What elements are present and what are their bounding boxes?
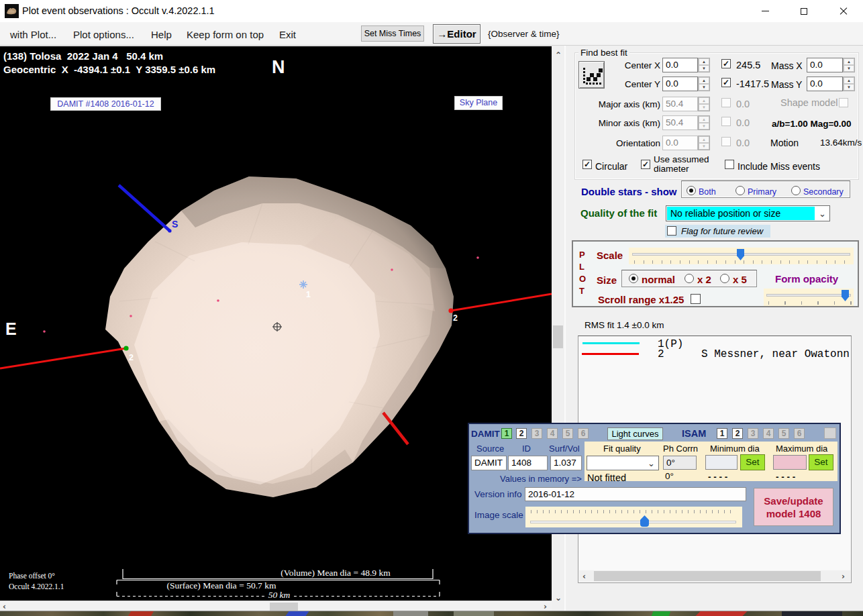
damit-tab-4: 4 (547, 428, 558, 439)
chord2-list-name[interactable]: S Messner, near Owatonn (701, 348, 850, 360)
size-x2-radio[interactable] (684, 274, 694, 283)
include-miss-events-checkbox[interactable] (725, 160, 734, 169)
vertical-scroll-thumb[interactable] (553, 325, 563, 348)
isam-tab-2[interactable]: 2 (732, 428, 743, 439)
damit-model-button[interactable]: DAMIT #1408 2016-01-12 (50, 97, 161, 111)
mass-x-input[interactable]: 0.0 (807, 58, 843, 72)
fit-orientation-value-label: 0.0 (736, 138, 750, 148)
best-fit-button[interactable] (578, 61, 605, 89)
minimum-dia-box[interactable] (705, 455, 738, 470)
set-minimum-button[interactable]: Set (740, 454, 765, 470)
mass-y-input[interactable]: 0.0 (807, 76, 843, 91)
quality-of-fit-combo[interactable]: No reliable position or size ⌄ (666, 205, 830, 221)
menu-plot-options[interactable]: Plot options... (73, 29, 134, 40)
menu-help[interactable]: Help (151, 29, 172, 40)
double-primary-radio[interactable] (735, 186, 745, 195)
chord2-list-num[interactable]: 2 (658, 348, 664, 360)
size-normal-radio[interactable] (629, 274, 638, 283)
ph-corrn-box[interactable]: 0° (663, 456, 697, 470)
isam-tab-3: 3 (748, 428, 758, 439)
check-icon: ✓ (583, 160, 591, 168)
size-x5-radio[interactable] (720, 274, 729, 283)
maximize-button[interactable] (789, 0, 819, 22)
scroll-down-icon[interactable]: ⌄ (555, 594, 562, 602)
double-both-radio[interactable] (687, 186, 696, 195)
flag-review-checkbox[interactable] (667, 226, 676, 236)
form-opacity-track[interactable] (766, 294, 851, 297)
horizontal-scroll-thumb[interactable] (270, 603, 298, 611)
star1-label: 1 (306, 290, 311, 299)
combo-arrow-icon[interactable]: ⌄ (815, 206, 829, 221)
scale-slider[interactable] (629, 248, 854, 264)
spin-up-icon[interactable]: ▲ (699, 77, 709, 84)
close-button[interactable] (828, 0, 859, 22)
maximum-dia-box[interactable] (773, 455, 807, 470)
menu-with-plot[interactable]: with Plot... (10, 29, 56, 40)
plot-horizontal-scrollbar[interactable]: ‹ › (0, 601, 552, 611)
save-update-button[interactable]: Save/update model 1408 (754, 488, 833, 526)
memory-min-value: - - - - (708, 472, 727, 482)
scroll-up-icon[interactable]: ⌃ (555, 51, 562, 59)
image-scale-slider[interactable] (525, 507, 742, 527)
maximize-icon (801, 8, 807, 15)
spin-down-icon[interactable]: ▼ (844, 84, 854, 91)
spin-up-icon[interactable]: ▲ (844, 77, 854, 84)
minor-axis-input[interactable]: 50.4 (662, 115, 698, 130)
center-x-input[interactable]: 0.0 (662, 58, 698, 72)
center-y-spinner[interactable]: ▲▼ (698, 76, 710, 91)
damit-tab-1[interactable]: 1 (501, 428, 512, 439)
chords-list-scrollbar[interactable]: ‹ › (579, 570, 850, 582)
menu-keep-on-top[interactable]: Keep form on top (187, 29, 264, 40)
orientation-input[interactable]: 0.0 (662, 136, 698, 150)
spin-up-icon[interactable]: ▲ (699, 58, 709, 65)
double-stars-label: Double stars - show (581, 186, 677, 197)
fit-y-checkbox[interactable]: ✓ (721, 78, 731, 87)
size-label: Size (597, 274, 617, 286)
scroll-range-checkbox[interactable] (691, 294, 701, 304)
set-miss-times-button[interactable]: Set Miss Times (361, 25, 424, 42)
mass-x-spinner[interactable]: ▲▼ (843, 58, 855, 72)
scroll-right-icon[interactable]: › (842, 572, 845, 580)
isam-tab-5: 5 (778, 428, 789, 439)
chord2-left-line (0, 348, 126, 368)
minimize-button[interactable] (750, 0, 780, 22)
center-x-spinner[interactable]: ▲▼ (698, 58, 710, 72)
scroll-left-icon[interactable]: ‹ (582, 572, 586, 580)
spin-down-icon[interactable]: ▼ (699, 65, 709, 72)
scroll-right-icon[interactable]: › (544, 603, 547, 611)
chord2-left-label: 2 (129, 353, 134, 362)
id-value-box[interactable]: 1408 (508, 456, 548, 470)
scroll-left-icon[interactable]: ‹ (3, 603, 6, 611)
south-pole-label: S (172, 219, 178, 229)
image-scale-track[interactable] (530, 521, 736, 523)
mass-y-spinner[interactable]: ▲▼ (843, 76, 855, 91)
spin-down-icon[interactable]: ▼ (699, 84, 709, 91)
set-maximum-button[interactable]: Set (809, 454, 833, 470)
editor-button[interactable]: →Editor (433, 24, 480, 44)
circular-checkbox[interactable]: ✓ (582, 160, 592, 169)
isam-tab-6: 6 (794, 428, 805, 439)
version-info-input[interactable]: 2016-01-12 (525, 487, 746, 501)
fit-major-checkbox (721, 98, 731, 107)
spin-down-icon[interactable]: ▼ (844, 65, 854, 72)
image-scale-thumb[interactable] (640, 515, 649, 527)
scale-slider-thumb[interactable] (737, 249, 744, 260)
spin-up-icon[interactable]: ▲ (844, 58, 854, 65)
damit-tab-2[interactable]: 2 (516, 428, 527, 439)
use-assumed-diameter-checkbox[interactable]: ✓ (641, 160, 650, 169)
major-axis-input[interactable]: 50.4 (662, 97, 698, 111)
list-scroll-thumb[interactable] (594, 571, 821, 581)
volume-mean-dia-label: (Volume) Mean dia = 48.9 km (278, 568, 392, 578)
form-opacity-slider[interactable] (764, 289, 854, 306)
fit-x-checkbox[interactable]: ✓ (721, 59, 731, 68)
center-y-input[interactable]: 0.0 (662, 76, 698, 91)
fit-quality-combo[interactable]: ⌄ (587, 456, 659, 470)
menu-exit[interactable]: Exit (279, 29, 296, 40)
isam-tab-1[interactable]: 1 (717, 428, 727, 439)
sky-plane-button[interactable]: Sky Plane (454, 96, 503, 110)
combo-arrow-icon[interactable]: ⌄ (644, 456, 658, 470)
form-opacity-thumb[interactable] (842, 290, 849, 301)
light-curves-button[interactable]: Light curves (607, 427, 663, 440)
double-secondary-radio[interactable] (791, 186, 801, 195)
chord2-reappearance-dot (448, 308, 453, 313)
